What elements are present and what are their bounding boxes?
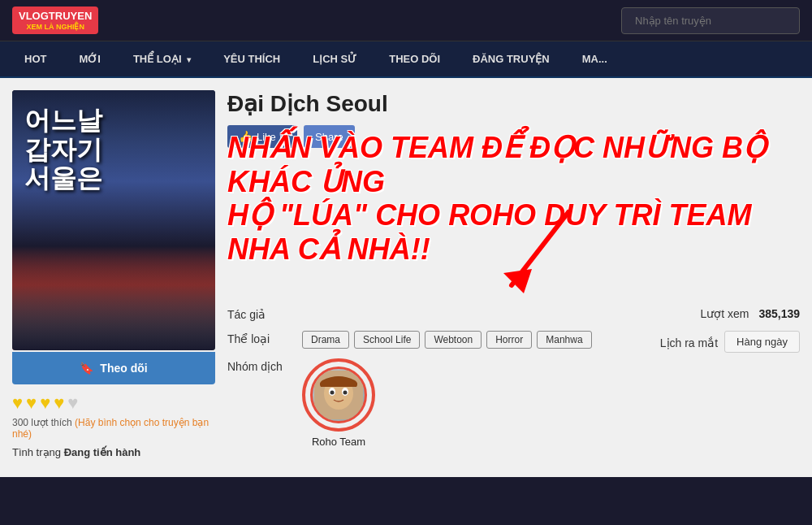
meta-section: Tác giả Lượt xem 385,139 Thể loại Drama … (227, 306, 800, 448)
thumbs-up-icon: 👍 (239, 130, 253, 143)
author-col: Tác giả (227, 306, 676, 331)
schedule-label: Lịch ra mắt (660, 335, 718, 349)
nav-theloai[interactable]: THỂ LOẠI ▾ (117, 41, 207, 76)
status-label: Tình trạng (12, 446, 64, 458)
author-label: Tác giả (227, 306, 292, 321)
red-arrow-icon (487, 204, 585, 302)
translator-group[interactable]: Roho Team (302, 358, 375, 448)
bookmark-icon: 🔖 (80, 362, 93, 375)
nav-theodoi[interactable]: THEO DÕI (373, 41, 456, 76)
genre-label: Thể loại (227, 331, 292, 345)
logo-icon: VLOGTRUYEN XEM LÀ NGHIỆN (12, 7, 98, 34)
avatar (310, 367, 367, 423)
search-input[interactable] (621, 7, 800, 34)
schedule-row: Lịch ra mắt Hàng ngày (660, 331, 800, 353)
genre-drama[interactable]: Drama (302, 331, 349, 349)
star-2[interactable]: ♥ (26, 393, 37, 414)
translator-circle (302, 358, 375, 432)
translator-name: Roho Team (312, 436, 365, 448)
status-row: Tình trạng Đang tiến hành (12, 440, 215, 465)
schedule-col: Lịch ra mắt Hàng ngày (660, 331, 800, 358)
nav-moi[interactable]: MỚI (63, 41, 116, 76)
nav-yeuthich[interactable]: YÊU THÍCH (207, 41, 296, 76)
translator-label: Nhóm dịch (227, 358, 292, 373)
nav-lichsu[interactable]: LỊCH SỬ (296, 41, 373, 76)
cover-text: 어느날갑자기서울은 (24, 106, 102, 193)
star-1[interactable]: ♥ (12, 393, 23, 414)
right-panel: Đại Dịch Seoul 👍 Like 0 Share NHẤN VÀO T… (227, 90, 800, 465)
schedule-value: Hàng ngày (724, 331, 800, 353)
like-count: 0 (280, 131, 286, 143)
genre-schoollife[interactable]: School Life (354, 331, 420, 349)
views-row: Lượt xem 385,139 (700, 306, 800, 321)
star-4[interactable]: ♥ (54, 393, 64, 414)
main-nav: HOT MỚI THỂ LOẠI ▾ YÊU THÍCH LỊCH SỬ THE… (0, 41, 812, 78)
svg-point-7 (343, 391, 348, 395)
chevron-down-icon: ▾ (187, 55, 191, 64)
svg-point-6 (330, 391, 335, 395)
left-panel: VLOGTRUYEN XEM LÀ NGHIỆN 어느날갑자기서울은 🔖 The… (12, 90, 215, 465)
cover-image: VLOGTRUYEN XEM LÀ NGHIỆN 어느날갑자기서울은 (12, 90, 215, 350)
translator-row: Nhóm dịch (227, 358, 800, 448)
rating-info: 300 lượt thích (Hãy bình chọn cho truyện… (12, 417, 215, 440)
action-row: 👍 Like 0 Share (227, 125, 800, 148)
nav-more[interactable]: MA... (566, 41, 624, 76)
star-3[interactable]: ♥ (40, 393, 50, 414)
meta-author-views: Tác giả Lượt xem 385,139 (227, 306, 800, 331)
logo[interactable]: VLOGTRUYEN XEM LÀ NGHIỆN (12, 7, 98, 34)
like-button[interactable]: 👍 Like 0 (227, 125, 297, 148)
views-col: Lượt xem 385,139 (700, 306, 800, 331)
genre-horror[interactable]: Horror (486, 331, 532, 349)
genre-row: Thể loại Drama School Life Webtoon Horro… (227, 331, 636, 349)
svg-marker-1 (503, 269, 532, 293)
status-value: Đang tiến hành (64, 446, 141, 458)
like-label: Like (257, 131, 276, 143)
rating-count: 300 lượt thích (12, 417, 72, 428)
genre-manhwa[interactable]: Manhwa (537, 331, 591, 349)
share-button[interactable]: Share (304, 125, 355, 148)
stars-row: ♥ ♥ ♥ ♥ ♥ (12, 384, 215, 417)
genre-col: Thể loại Drama School Life Webtoon Horro… (227, 331, 636, 358)
genre-tags: Drama School Life Webtoon Horror Manhwa (302, 331, 592, 349)
main-content: VLOGTRUYEN XEM LÀ NGHIỆN 어느날갑자기서울은 🔖 The… (0, 78, 812, 477)
star-5[interactable]: ♥ (67, 393, 78, 414)
manga-cover: VLOGTRUYEN XEM LÀ NGHIỆN 어느날갑자기서울은 (12, 90, 215, 350)
author-row: Tác giả (227, 306, 676, 321)
nav-dangtruyen[interactable]: ĐĂNG TRUYỆN (456, 41, 566, 76)
nav-hot[interactable]: HOT (8, 41, 63, 76)
header: VLOGTRUYEN XEM LÀ NGHIỆN (0, 0, 812, 41)
meta-genre-schedule: Thể loại Drama School Life Webtoon Horro… (227, 331, 800, 358)
genre-webtoon[interactable]: Webtoon (425, 331, 482, 349)
follow-button[interactable]: 🔖 Theo dõi (12, 352, 215, 384)
manga-title: Đại Dịch Seoul (227, 90, 800, 117)
